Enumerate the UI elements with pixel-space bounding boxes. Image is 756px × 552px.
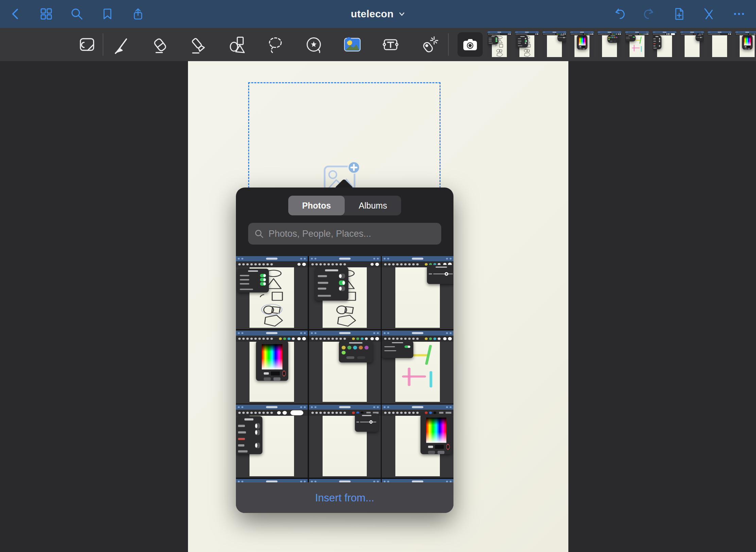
- mini-screenshot: [382, 256, 453, 329]
- page-thumbnail-3[interactable]: [543, 31, 566, 58]
- photo-thumbnail-4[interactable]: [236, 331, 308, 404]
- add-page-button[interactable]: [672, 7, 686, 21]
- photo-grid: [236, 256, 453, 483]
- mini-screenshot: [236, 331, 308, 404]
- mini-navbar: [382, 256, 453, 261]
- scribble-cross-icon: [702, 7, 716, 21]
- photo-thumbnail-2[interactable]: [309, 256, 381, 329]
- tool-read-only-mode[interactable]: [78, 35, 97, 54]
- popover-footer: Insert from...: [236, 482, 453, 513]
- photo-thumbnail-6[interactable]: [382, 331, 453, 404]
- mini-popover-color-dots: [607, 35, 619, 43]
- page-thumbnail-10[interactable]: [735, 31, 756, 58]
- share-icon: [131, 7, 145, 21]
- page-thumbnail-8[interactable]: [680, 31, 704, 58]
- mini-screenshot: [515, 31, 539, 58]
- tab-photos[interactable]: Photos: [288, 196, 345, 215]
- back-button[interactable]: [9, 7, 22, 21]
- search-button[interactable]: [70, 7, 84, 21]
- document-title: utelecon: [351, 8, 394, 20]
- laser-pointer-icon: [419, 35, 439, 54]
- insert-from-button[interactable]: Insert from...: [313, 492, 376, 504]
- more-button[interactable]: [732, 7, 746, 21]
- mini-screenshot: [309, 331, 381, 404]
- page-thumbnail-9[interactable]: [708, 31, 732, 58]
- toolbar-divider: [448, 33, 449, 56]
- photos-popover: Photos Albums: [236, 188, 453, 513]
- bookmark-button[interactable]: [101, 7, 114, 21]
- mini-screenshot: [543, 31, 566, 58]
- mini-popover-slider: [355, 413, 379, 432]
- thumbnails-grid-button[interactable]: [39, 7, 53, 21]
- tool-lasso[interactable]: [266, 35, 285, 54]
- mini-popover-toggle-single: [625, 35, 636, 41]
- undo-icon: [613, 7, 626, 21]
- redo-button[interactable]: [642, 7, 656, 21]
- mini-popover-toggles-white: [236, 416, 262, 454]
- photo-thumbnail-5[interactable]: [309, 331, 381, 404]
- thumbnails-grid-icon: [39, 7, 53, 21]
- mini-screenshot: [309, 256, 381, 329]
- page-thumbnail-5[interactable]: [598, 31, 621, 58]
- share-button[interactable]: [131, 7, 145, 21]
- mini-screenshot: [680, 31, 704, 58]
- page-thumbnail-4[interactable]: [570, 31, 594, 58]
- page-thumbnail-1[interactable]: [487, 31, 511, 58]
- mini-page: [712, 35, 727, 57]
- mini-popover-toggles-mixed: [315, 267, 348, 301]
- eraser-icon: [151, 35, 170, 54]
- tool-laser-pointer[interactable]: [419, 35, 439, 54]
- photos-albums-segmented-control: Photos Albums: [288, 196, 401, 215]
- photo-thumbnail-1[interactable]: [236, 256, 308, 329]
- highlighter-icon: [189, 35, 208, 54]
- photo-thumbnail-9[interactable]: [382, 405, 453, 478]
- tool-image[interactable]: [343, 35, 362, 54]
- tool-elements[interactable]: [304, 35, 323, 54]
- elements-icon: [304, 35, 323, 54]
- undo-button[interactable]: [613, 7, 626, 21]
- page-thumbnail-2[interactable]: [515, 31, 539, 58]
- mini-popover-color-grid: [420, 414, 452, 454]
- navbar-right-group: [613, 7, 756, 21]
- search-input[interactable]: [268, 228, 435, 239]
- redo-icon: [642, 7, 656, 21]
- tool-pen[interactable]: [112, 35, 131, 54]
- photo-thumbnail-8[interactable]: [309, 405, 381, 478]
- mini-popover-slider: [695, 34, 703, 41]
- goodnotes-app-window: utelecon: [0, 0, 756, 552]
- mini-popover-slider: [557, 34, 566, 41]
- tool-text[interactable]: [381, 35, 400, 54]
- tab-albums[interactable]: Albums: [345, 196, 401, 215]
- chevron-down-icon: [398, 11, 405, 17]
- top-navigation-bar: utelecon: [0, 0, 756, 28]
- mini-popover-toggles-green: [237, 269, 269, 293]
- mini-navbar: [309, 405, 381, 410]
- photo-thumbnail-7[interactable]: [236, 405, 308, 478]
- page-thumbnail-7[interactable]: [653, 31, 676, 58]
- mini-screenshot: [570, 31, 594, 58]
- mini-screenshot: [735, 31, 756, 58]
- tool-eraser[interactable]: [151, 35, 170, 54]
- mini-toolbar: [236, 410, 308, 416]
- image-icon: [343, 35, 362, 54]
- mini-popover-toggles-green: [488, 36, 498, 44]
- photo-search-field[interactable]: [248, 223, 441, 245]
- mini-toolbar: [708, 33, 732, 35]
- tool-shapes[interactable]: [227, 35, 246, 54]
- mini-popover-color-grid: [577, 35, 588, 50]
- scribble-cross-button[interactable]: [702, 7, 716, 21]
- document-title-button[interactable]: utelecon: [351, 0, 405, 28]
- text-icon: [381, 35, 400, 54]
- mini-screenshot: [598, 31, 621, 58]
- navbar-left-group: [0, 7, 145, 21]
- mini-screenshot: [309, 405, 381, 478]
- mini-screenshot: [708, 31, 732, 58]
- mini-navbar: [382, 331, 453, 336]
- mini-screenshot: [382, 331, 453, 404]
- page-thumbnail-6[interactable]: [625, 31, 649, 58]
- tool-highlighter[interactable]: [189, 35, 208, 54]
- photo-thumbnail-3[interactable]: [382, 256, 453, 329]
- camera-button[interactable]: [458, 32, 483, 57]
- mini-screenshot: [653, 31, 676, 58]
- mini-navbar: [382, 405, 453, 410]
